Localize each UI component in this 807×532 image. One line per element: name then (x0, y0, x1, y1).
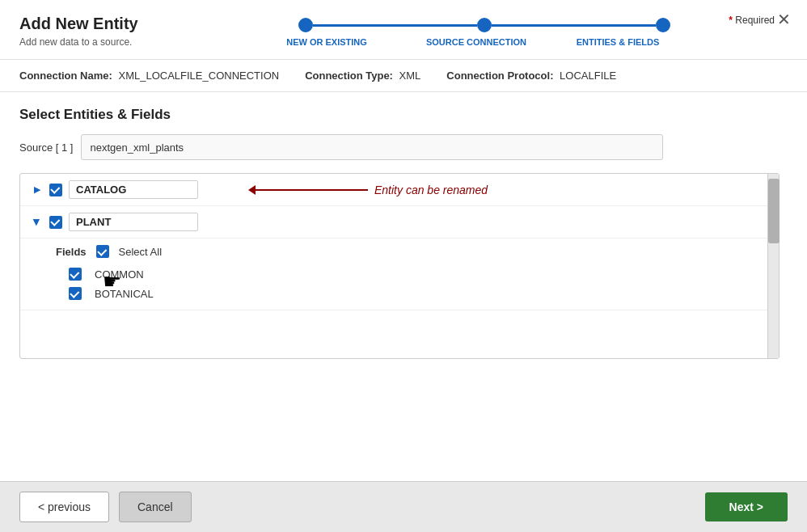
section-title: Select Entities & Fields (19, 107, 788, 123)
source-label: Source [ 1 ] (19, 141, 73, 154)
plant-name-input[interactable] (69, 213, 198, 231)
rename-annotation: Entity can be renamed (255, 184, 488, 196)
expand-catalog-btn[interactable]: ▶ (30, 183, 44, 197)
plant-checkbox[interactable] (49, 216, 62, 229)
modal-header: Add New Entity Add new data to a source.… (0, 0, 807, 60)
source-input[interactable] (81, 134, 663, 160)
wizard-label-2: SOURCE CONNECTION (424, 37, 529, 47)
wizard-line-2 (492, 24, 656, 27)
footer-left-buttons: < previous Cancel (19, 492, 192, 522)
connection-name-item: Connection Name: XML_LOCALFILE_CONNECTIO… (19, 70, 279, 82)
wizard-label-1: NEW OR EXISTING (274, 37, 379, 47)
wizard-dot-2 (477, 18, 492, 32)
modal-subtitle: Add new data to a source. (19, 36, 181, 48)
common-field-name: COMMON (95, 268, 144, 281)
connection-protocol-value: LOCALFILE (560, 70, 616, 82)
field-botanical: BOTANICAL ☛ (56, 284, 769, 303)
cancel-button[interactable]: Cancel (119, 492, 192, 522)
select-all-label: Select All (119, 246, 162, 258)
title-block: Add New Entity Add new data to a source. (19, 15, 181, 59)
field-common: COMMON (56, 264, 769, 284)
connection-protocol-label: Connection Protocol: (446, 70, 553, 82)
entity-row-catalog: ▶ Entity can be renamed (20, 174, 779, 206)
fields-header: Fields Select All (56, 245, 769, 258)
connection-protocol-item: Connection Protocol: LOCALFILE (446, 70, 616, 82)
connection-type-label: Connection Type: (305, 70, 393, 82)
connection-name-value: XML_LOCALFILE_CONNECTION (118, 70, 279, 82)
arrow-line (255, 189, 368, 191)
next-button[interactable]: Next > (705, 492, 788, 521)
wizard-labels: NEW OR EXISTING SOURCE CONNECTION ENTITI… (298, 37, 670, 47)
connection-name-label: Connection Name: (19, 70, 112, 82)
wizard-label-3: ENTITIES & FIELDS (565, 37, 670, 47)
common-checkbox[interactable] (69, 268, 82, 281)
select-all-checkbox[interactable] (96, 245, 109, 258)
botanical-checkbox[interactable] (69, 287, 82, 300)
wizard-dot-1 (298, 18, 313, 32)
catalog-checkbox[interactable] (49, 184, 62, 196)
annotation-text: Entity can be renamed (374, 184, 488, 196)
expand-plant-btn[interactable]: ▶ (30, 215, 44, 230)
catalog-name-input[interactable] (69, 180, 198, 199)
modal-body: Select Entities & Fields Source [ 1 ] ▶ … (0, 92, 807, 481)
modal-title: Add New Entity (19, 15, 181, 33)
wizard-track (298, 18, 670, 32)
connection-type-item: Connection Type: XML (305, 70, 420, 82)
scrollbar-thumb[interactable] (768, 179, 780, 243)
scrollbar-track[interactable] (767, 174, 779, 358)
source-row: Source [ 1 ] (19, 134, 788, 160)
wizard-steps: NEW OR EXISTING SOURCE CONNECTION ENTITI… (181, 18, 788, 47)
modal-footer: < previous Cancel Next > (0, 481, 807, 532)
wizard-dot-3 (656, 18, 670, 32)
fields-section: Fields Select All COMMON BOTANICAL ☛ (20, 239, 779, 310)
botanical-field-name: BOTANICAL (95, 288, 154, 300)
add-entity-modal: Add New Entity Add new data to a source.… (0, 0, 807, 532)
entity-panel: ▶ Entity can be renamed ▶ Fields (19, 173, 780, 359)
previous-button[interactable]: < previous (19, 492, 109, 522)
required-note: * Required (729, 15, 775, 26)
fields-label: Fields (56, 246, 87, 258)
close-button[interactable]: ✕ (772, 10, 796, 29)
wizard-line-1 (313, 24, 477, 27)
connection-bar: Connection Name: XML_LOCALFILE_CONNECTIO… (0, 60, 807, 92)
entity-row-plant: ▶ (20, 206, 779, 239)
connection-type-value: XML (399, 70, 421, 82)
